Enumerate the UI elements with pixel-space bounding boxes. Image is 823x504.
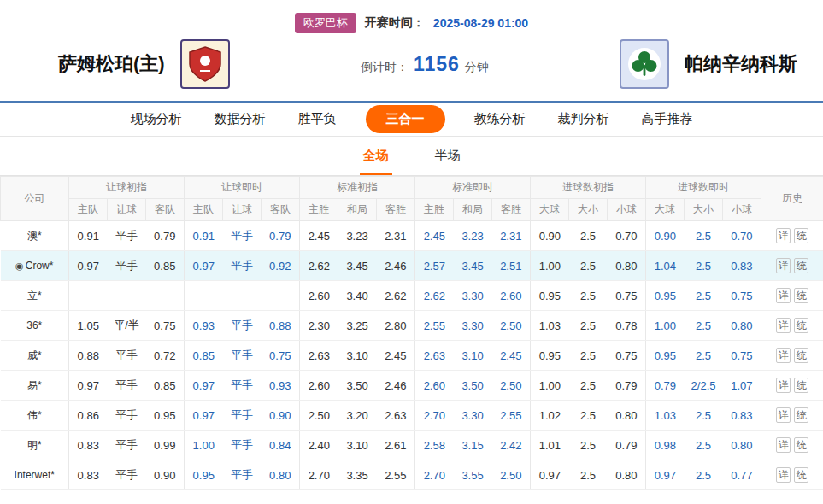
odds-cell: 0.70 [608,221,646,251]
detail-button[interactable]: 详 [776,437,791,453]
odds-cell: 0.77 [723,460,761,490]
odds-cell: 平手 [108,401,146,431]
countdown-value: 1156 [414,53,460,76]
odds-cell: 3.30 [454,401,492,431]
odds-cell: 2.60 [300,281,338,311]
subcol-total: 大小 [569,199,608,221]
odds-cell: 0.97 [185,251,223,281]
odds-cell: 2.31 [492,221,531,251]
detail-button[interactable]: 详 [776,467,791,483]
odds-cell: 1.01 [531,431,569,460]
company-cell[interactable]: 立* [1,281,69,311]
period-tab-2[interactable]: 半场 [432,148,464,175]
odds-cell: 0.75 [262,341,300,371]
detail-button[interactable]: 详 [776,348,791,363]
subcol-draw: 和局 [338,199,377,221]
odds-cell: 2.57 [415,251,454,281]
odds-cell: 2.62 [415,281,454,311]
odds-cell: 平手 [108,371,146,401]
odds-cell: 3.50 [338,371,377,401]
odds-cell: 2.5 [569,221,608,251]
odds-cell: 2.62 [377,281,415,311]
detail-button[interactable]: 详 [776,258,791,273]
odds-cell: 1.03 [531,311,569,341]
odds-cell: 0.97 [185,401,223,431]
stats-button[interactable]: 统 [794,378,808,393]
odds-cell [69,281,108,311]
stats-button[interactable]: 统 [794,228,808,243]
odds-cell: 3.10 [338,431,377,460]
company-logo-icon: ◉ [15,261,24,271]
nav-tab-1[interactable]: 现场分析 [127,106,185,132]
odds-cell: 0.93 [185,311,223,341]
subcol-away: 客队 [262,199,300,221]
odds-row: Interwet*0.83平手0.900.95平手0.802.703.352.5… [1,460,823,490]
stats-button[interactable]: 统 [794,407,808,423]
odds-cell: 0.95 [146,401,185,431]
actions-cell: 详统 [761,251,823,281]
odds-row: 明*0.83平手0.991.00平手0.842.403.102.612.583.… [1,431,823,460]
nav-tab-3[interactable]: 胜平负 [295,106,340,132]
nav-tab-2[interactable]: 数据分析 [211,106,269,132]
odds-cell: 0.79 [608,371,646,401]
odds-cell: 2.42 [492,431,531,460]
detail-button[interactable]: 详 [776,318,791,333]
nav-tab-5[interactable]: 教练分析 [471,106,529,132]
detail-button[interactable]: 详 [776,288,791,303]
odds-cell: 2.61 [377,431,415,460]
stats-button[interactable]: 统 [794,288,808,303]
company-cell[interactable]: Interwet* [1,460,69,490]
company-cell[interactable]: 威* [1,341,69,371]
odds-row: 伟*0.86平手0.950.97平手0.902.503.202.632.703.… [1,401,823,431]
subcol-home: 主队 [69,199,108,221]
odds-cell: 0.91 [69,221,108,251]
odds-cell: 平手 [223,460,262,490]
odds-cell: 平手 [108,341,146,371]
odds-cell: 3.23 [454,221,492,251]
nav-tab-6[interactable]: 裁判分析 [555,106,613,132]
stats-button[interactable]: 统 [794,437,808,453]
home-team-logo [180,39,230,89]
odds-cell: 0.95 [646,341,685,371]
odds-cell: 2.5 [685,401,723,431]
company-cell[interactable]: 36* [1,311,69,341]
stats-button[interactable]: 统 [794,318,808,333]
odds-cell: 2.46 [377,251,415,281]
subcol-homewin: 主胜 [415,199,454,221]
odds-cell: 0.88 [262,311,300,341]
company-cell[interactable]: 明* [1,431,69,460]
actions-cell: 详统 [761,341,823,371]
stats-button[interactable]: 统 [794,258,808,273]
odds-cell: 0.75 [723,281,761,311]
odds-cell: 1.00 [531,251,569,281]
odds-cell: 0.75 [146,311,185,341]
detail-button[interactable]: 详 [776,378,791,393]
detail-button[interactable]: 详 [776,407,791,423]
col-standard-initial: 标准初指 [300,177,415,199]
main-nav: 现场分析数据分析胜平负三合一教练分析裁判分析高手推荐 [0,101,823,137]
odds-cell: 2.70 [300,460,338,490]
odds-cell: 0.83 [723,251,761,281]
league-badge[interactable]: 欧罗巴杯 [295,13,356,33]
odds-cell: 3.40 [338,281,377,311]
stats-button[interactable]: 统 [794,467,808,483]
odds-cell: 2.45 [300,221,338,251]
detail-button[interactable]: 详 [776,228,791,243]
odds-cell [108,281,146,311]
teams-row: 萨姆松珀(主) 倒计时： 1156 分钟 [0,32,823,101]
stats-button[interactable]: 统 [794,348,808,363]
odds-cell: 0.90 [146,460,185,490]
odds-cell: 0.91 [185,221,223,251]
company-cell[interactable]: 易* [1,371,69,401]
period-tab-1[interactable]: 全场 [360,148,392,175]
odds-cell: 3.35 [338,460,377,490]
odds-cell: 2.60 [492,281,531,311]
company-cell[interactable]: ◉Crow* [1,251,69,281]
col-company: 公司 [1,177,69,221]
company-cell[interactable]: 伟* [1,401,69,431]
away-team: 帕纳辛纳科斯 [620,39,797,89]
nav-tab-4[interactable]: 三合一 [366,105,445,133]
col-goals-live: 进球数即时 [646,177,761,199]
nav-tab-7[interactable]: 高手推荐 [638,106,697,132]
company-cell[interactable]: 澳* [1,221,69,251]
